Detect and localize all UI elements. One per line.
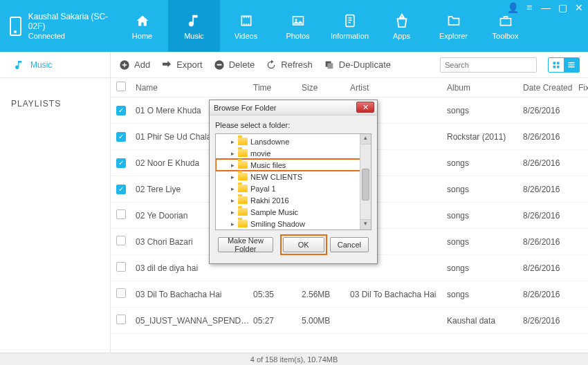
nav-photos[interactable]: Photos — [272, 0, 324, 52]
close-icon[interactable]: ✕ — [574, 3, 584, 12]
row-checkbox[interactable] — [116, 315, 126, 324]
table-header: Name Time Size Artist Album Date Created… — [111, 78, 588, 97]
row-checkbox[interactable] — [116, 209, 126, 219]
device-block[interactable]: Kaushal Sakaria (SC-02F) Connected — [0, 12, 116, 41]
device-name: Kaushal Sakaria (SC-02F) — [28, 12, 116, 31]
col-name[interactable]: Name — [136, 83, 253, 93]
folder-label: movie — [250, 149, 270, 158]
toolbox-icon — [496, 12, 515, 29]
col-artist[interactable]: Artist — [350, 83, 447, 93]
export-icon — [161, 59, 172, 71]
col-date[interactable]: Date Created — [523, 83, 578, 93]
svg-rect-9 — [217, 64, 221, 65]
cell-date: 8/26/2016 — [523, 290, 578, 299]
row-checkbox[interactable] — [116, 158, 126, 168]
add-button[interactable]: Add — [119, 59, 150, 71]
nav-home[interactable]: Home — [116, 0, 168, 52]
nav-videos[interactable]: Videos — [220, 0, 272, 52]
list-view-button[interactable] — [564, 58, 579, 72]
svg-rect-6 — [500, 18, 511, 25]
table-row[interactable]: 03 Dil To Bachacha Hai05:352.56MB03 Dil … — [111, 281, 588, 308]
expand-arrow-icon[interactable]: ▸ — [230, 197, 235, 204]
row-checkbox[interactable] — [116, 185, 126, 194]
row-checkbox[interactable] — [116, 288, 126, 298]
view-toggle — [548, 57, 580, 73]
folder-icon — [444, 12, 463, 29]
dialog-close-button[interactable]: ✕ — [356, 102, 374, 113]
search-input[interactable] — [445, 61, 540, 69]
row-checkbox[interactable] — [116, 236, 126, 245]
maximize-icon[interactable]: ▢ — [558, 3, 567, 12]
search-box[interactable] — [440, 57, 537, 73]
folder-item[interactable]: ▸movie — [216, 147, 371, 159]
cell-album: songs — [447, 263, 523, 273]
expand-arrow-icon[interactable]: ▸ — [230, 150, 235, 157]
delete-button[interactable]: Delete — [214, 59, 255, 71]
select-all-checkbox[interactable] — [116, 82, 126, 91]
folder-item[interactable]: ▸Sample Music — [216, 206, 371, 218]
minimize-icon[interactable]: — — [541, 3, 551, 12]
nav-explorer[interactable]: Explorer — [428, 0, 479, 52]
tree-scrollbar[interactable] — [360, 134, 371, 230]
sidebar-tab-music[interactable]: Music — [0, 52, 110, 78]
folder-item[interactable]: ▸songs — [216, 230, 371, 230]
dedup-icon — [324, 59, 335, 71]
cell-size: 2.56MB — [302, 290, 350, 299]
dialog-title: Browse For Folder — [214, 104, 276, 112]
export-button[interactable]: Export — [161, 59, 203, 71]
cell-date: 8/26/2016 — [523, 211, 578, 221]
row-checkbox[interactable] — [116, 106, 126, 115]
row-checkbox[interactable] — [116, 262, 126, 272]
svg-rect-14 — [553, 62, 556, 64]
col-size[interactable]: Size — [302, 83, 350, 93]
ok-button[interactable]: OK — [283, 237, 324, 252]
svg-rect-15 — [557, 62, 560, 64]
expand-arrow-icon[interactable]: ▸ — [230, 138, 235, 145]
refresh-icon — [266, 59, 277, 71]
dialog-title-bar[interactable]: Browse For Folder ✕ — [210, 100, 377, 115]
cell-name: 03 dil de diya hai — [136, 263, 253, 273]
folder-item[interactable]: ▸Rakhi 2016 — [216, 194, 371, 206]
menu-icon[interactable]: ≡ — [524, 3, 534, 12]
folder-icon — [238, 208, 248, 216]
user-icon[interactable]: 👤 — [508, 3, 517, 12]
nav-information[interactable]: Information — [324, 0, 376, 52]
folder-item[interactable]: ▸Smiling Shadow — [216, 218, 371, 230]
scrollbar-thumb[interactable] — [362, 169, 369, 200]
make-new-folder-button[interactable]: Make New Folder — [218, 237, 273, 252]
svg-point-1 — [295, 19, 297, 21]
folder-icon — [238, 161, 248, 169]
cell-date: 8/26/2016 — [523, 263, 578, 273]
expand-arrow-icon[interactable]: ▸ — [230, 174, 235, 180]
folder-item[interactable]: ▸Payal 1 — [216, 182, 371, 194]
plus-icon — [119, 59, 130, 71]
grid-view-button[interactable] — [549, 58, 564, 72]
cell-time: 05:27 — [253, 316, 302, 326]
row-checkbox[interactable] — [116, 132, 126, 142]
expand-arrow-icon[interactable]: ▸ — [230, 185, 235, 192]
device-text: Kaushal Sakaria (SC-02F) Connected — [28, 12, 116, 41]
expand-arrow-icon[interactable]: ▸ — [230, 209, 235, 216]
cancel-button[interactable]: Cancel — [330, 237, 369, 252]
folder-item[interactable]: ▸Music files — [216, 159, 371, 171]
table-row[interactable]: 05_IJUST_WANNA_SPEND_MY_LIF05:275.00MBKa… — [111, 308, 588, 334]
expand-arrow-icon[interactable]: ▸ — [230, 221, 235, 227]
col-fix[interactable]: Fix — [578, 83, 588, 93]
expand-arrow-icon[interactable]: ▸ — [230, 162, 235, 169]
nav-music[interactable]: Music — [168, 0, 220, 52]
folder-tree: ▸Lansdowne▸movie▸Music files▸NEW CLIENTS… — [215, 133, 371, 230]
refresh-button[interactable]: Refresh — [266, 59, 313, 71]
folder-icon — [238, 173, 248, 180]
folder-item[interactable]: ▸NEW CLIENTS — [216, 171, 371, 182]
folder-item[interactable]: ▸Lansdowne — [216, 135, 371, 147]
deduplicate-button[interactable]: De-Duplicate — [324, 59, 391, 71]
col-time[interactable]: Time — [253, 83, 302, 93]
col-album[interactable]: Album — [447, 83, 523, 93]
folder-list: ▸Lansdowne▸movie▸Music files▸NEW CLIENTS… — [216, 134, 371, 230]
folder-label: NEW CLIENTS — [250, 173, 302, 181]
svg-rect-16 — [553, 66, 556, 68]
cell-artist: 03 Dil To Bachacha Hai — [350, 290, 447, 299]
cell-album: songs — [447, 237, 523, 247]
cell-album: songs — [447, 185, 523, 194]
nav-apps[interactable]: Apps — [376, 0, 428, 52]
